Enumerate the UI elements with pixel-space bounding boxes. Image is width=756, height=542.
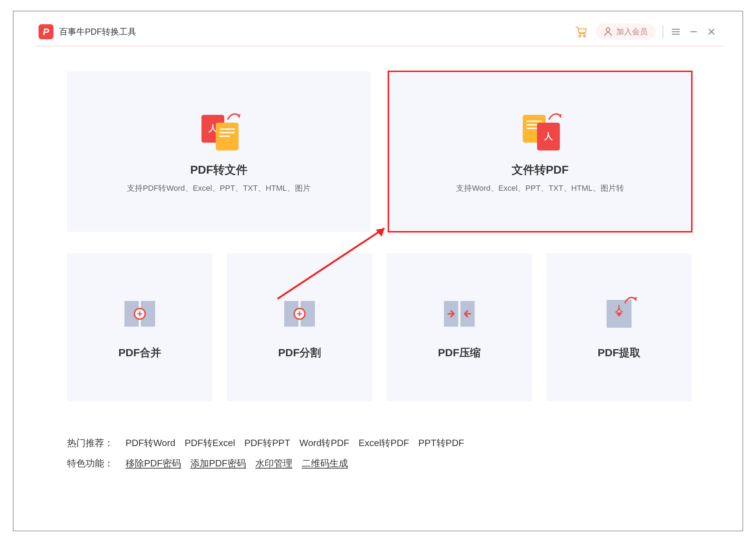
titlebar: P 百事牛PDF转换工具 加入会员 [35, 18, 724, 46]
minimize-button[interactable] [688, 26, 699, 37]
feat-link[interactable]: 添加PDF密码 [190, 457, 246, 470]
cart-icon[interactable] [575, 25, 588, 38]
hot-link[interactable]: PDF转PPT [244, 437, 290, 449]
pdf-compress-icon [444, 294, 475, 333]
card-pdf-to-file-title: PDF转文件 [190, 162, 247, 178]
pdf-split-icon [284, 294, 315, 333]
hot-link[interactable]: Excel转PDF [358, 437, 409, 449]
footer-feat-row: 特色功能： 移除PDF密码 添加PDF密码 水印管理 二维码生成 [67, 457, 692, 470]
card-pdf-to-file[interactable]: 人 PDF转文件 支持PDF转Word、Excel、PPT、TXT、HTML、图… [67, 71, 371, 232]
svg-point-1 [583, 35, 585, 37]
join-member-button[interactable]: 加入会员 [596, 24, 655, 40]
user-icon [603, 27, 613, 37]
titlebar-right: 加入会员 [575, 24, 717, 40]
app-logo-glyph: P [43, 26, 49, 37]
svg-point-0 [579, 35, 581, 37]
feat-link[interactable]: 二维码生成 [302, 457, 348, 470]
file-to-pdf-icon: 人 [521, 109, 560, 156]
feat-link[interactable]: 移除PDF密码 [126, 457, 181, 470]
pdf-to-file-icon: 人 [199, 109, 239, 156]
app-logo: P [39, 24, 53, 39]
card-pdf-compress-title: PDF压缩 [438, 346, 481, 360]
card-file-to-pdf[interactable]: 人 文件转PDF 支持Word、Excel、PPT、TXT、HTML、图片转 [388, 71, 692, 232]
pdf-extract-icon: 人 [607, 294, 632, 333]
app-title: 百事牛PDF转换工具 [59, 26, 575, 37]
join-member-label: 加入会员 [616, 26, 648, 37]
footer-feat-label: 特色功能： [67, 457, 113, 470]
card-pdf-extract[interactable]: 人 PDF提取 [546, 253, 692, 401]
footer: 热门推荐： PDF转Word PDF转Excel PDF转PPT Word转PD… [67, 437, 692, 470]
hot-link[interactable]: PPT转PDF [418, 437, 464, 449]
footer-hot-row: 热门推荐： PDF转Word PDF转Excel PDF转PPT Word转PD… [67, 437, 692, 449]
card-pdf-extract-title: PDF提取 [598, 346, 640, 360]
content-area: 人 PDF转文件 支持PDF转Word、Excel、PPT、TXT、HTML、图… [35, 46, 724, 488]
card-file-to-pdf-subtitle: 支持Word、Excel、PPT、TXT、HTML、图片转 [456, 183, 624, 194]
card-pdf-merge-title: PDF合并 [118, 346, 161, 360]
close-button[interactable] [706, 26, 717, 37]
footer-hot-label: 热门推荐： [67, 437, 113, 449]
hot-link[interactable]: Word转PDF [300, 437, 349, 449]
card-pdf-merge[interactable]: PDF合并 [67, 253, 213, 401]
card-file-to-pdf-title: 文件转PDF [512, 162, 569, 178]
app-window: P 百事牛PDF转换工具 加入会员 [35, 18, 724, 521]
card-pdf-split-title: PDF分割 [278, 346, 321, 360]
feat-link[interactable]: 水印管理 [255, 457, 292, 470]
svg-point-2 [606, 28, 610, 31]
menu-button[interactable] [670, 26, 681, 37]
card-pdf-compress[interactable]: PDF压缩 [387, 253, 532, 401]
card-pdf-split[interactable]: PDF分割 [227, 253, 372, 401]
pdf-merge-icon [124, 294, 155, 333]
hot-link[interactable]: PDF转Word [126, 437, 175, 449]
hot-link[interactable]: PDF转Excel [185, 437, 235, 449]
card-pdf-to-file-subtitle: 支持PDF转Word、Excel、PPT、TXT、HTML、图片 [127, 183, 310, 194]
separator [663, 26, 663, 38]
